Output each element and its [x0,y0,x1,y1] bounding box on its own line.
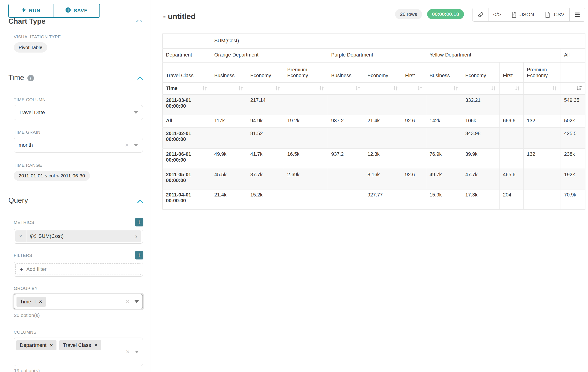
pivot-class-header: Business [328,62,364,83]
pivot-value-cell [328,169,364,189]
sort-arrows-icon [202,86,208,91]
selected-option-chip[interactable]: Department✕ [16,340,56,350]
clear-icon[interactable]: × [126,298,129,305]
pivot-value-cell: 39.9k [462,149,500,169]
run-save-button-group: RUN SAVE [8,4,100,18]
export-csv-button[interactable]: .CSV [540,8,570,21]
metric-name: SUM(Cost) [38,233,64,239]
pivot-class-header: Business [426,62,462,83]
pivot-value-cell: 2.69k [284,169,328,189]
pivot-value-cell: 15.9k [426,189,462,210]
sort-toggle[interactable] [247,83,284,94]
sort-arrows-icon [490,86,496,91]
more-options-button[interactable] [570,8,585,21]
caret-down-icon[interactable] [134,144,138,147]
section-divider [8,211,142,211]
remove-chip-icon[interactable]: ✕ [94,343,98,348]
selected-option-chip[interactable]: Timei✕ [17,297,46,307]
pivot-value-cell [211,128,247,149]
chart-title[interactable]: - untitled [163,12,195,21]
embed-code-button[interactable]: </> [489,8,506,21]
chart-type-collapse-icon[interactable] [136,21,144,22]
clear-icon[interactable]: × [125,142,129,148]
pivot-value-cell: 41.7k [247,149,284,169]
explore-chart-view: Chart Type RUN SAVE VISUALIZATION TYPE P… [0,0,588,372]
time-grain-select[interactable]: month × [14,138,143,152]
pivot-value-cell: 49.9k [211,149,247,169]
chart-type-section-title: Chart Type [8,17,46,26]
run-button[interactable]: RUN [9,4,53,17]
time-range-label: TIME RANGE [14,163,42,168]
sort-arrows-icon [417,86,423,91]
pivot-value-cell [284,128,328,149]
time-section-collapse-icon[interactable] [137,76,143,81]
pivot-table-row: 2011-03-01 00:00:00 217.14332.21549.35 [163,94,586,115]
filters-control: + Add filter [14,262,143,277]
remove-chip-icon[interactable]: ✕ [50,343,53,348]
copy-link-button[interactable] [472,8,489,21]
caret-down-icon[interactable] [135,351,139,353]
export-json-button[interactable]: .JSON [506,8,540,21]
sort-arrows-icon [238,86,243,91]
export-button-group: </> .JSON .CSV [472,8,585,22]
add-filter-button[interactable]: + Add filter [15,263,141,275]
pivot-value-cell: 502k [561,115,586,128]
caret-down-icon[interactable] [135,300,139,303]
columns-select[interactable]: Department✕Travel Class✕ × [14,338,143,366]
sort-toggle[interactable]: Time [163,83,211,94]
pivot-value-cell: 132 [524,115,561,128]
pivot-value-cell: 142k [426,115,462,128]
remove-chip-icon[interactable]: ✕ [39,299,42,304]
sort-toggle[interactable] [462,83,500,94]
pivot-value-cell [402,128,426,149]
sort-toggle[interactable] [500,83,524,94]
sort-toggle[interactable] [211,83,247,94]
metrics-label: METRICS [14,220,34,225]
expand-metric-icon[interactable]: › [131,230,141,242]
sort-toggle[interactable] [524,83,561,94]
sort-toggle[interactable] [284,83,328,94]
pivot-metric-header: SUM(Cost) [211,34,586,48]
pivot-value-cell [426,94,462,115]
pivot-row-header: 2011-04-01 00:00:00 [163,189,211,210]
save-button[interactable]: SAVE [53,4,99,17]
group-by-select[interactable]: Timei✕ × [14,294,143,309]
pivot-class-header: Economy [462,62,500,83]
pivot-row-header: 2011-06-01 00:00:00 [163,149,211,169]
pivot-value-cell [500,149,524,169]
clear-icon[interactable]: × [126,349,130,355]
pivot-class-header [561,62,586,83]
pivot-value-cell: 76.9k [426,149,462,169]
sort-toggle[interactable] [328,83,364,94]
pivot-row-header: 2011-02-01 00:00:00 [163,128,211,149]
add-filter-plus-button[interactable]: + [135,251,143,259]
pivot-class-header: Economy [364,62,402,83]
remove-metric-icon[interactable]: × [15,230,27,242]
add-metric-button[interactable]: + [135,218,143,226]
pivot-class-header: Business [211,62,247,83]
pivot-value-cell: 17.3k [462,189,500,210]
time-range-value[interactable]: 2011-01-01 ≤ col < 2011-06-30 [14,171,90,181]
sort-toggle[interactable] [561,83,586,94]
selected-option-chip[interactable]: Travel Class✕ [59,340,101,350]
json-file-icon [512,12,517,18]
pivot-value-cell: 192k [561,169,586,189]
sort-toggle[interactable] [364,83,402,94]
control-panel-sidebar: Chart Type RUN SAVE VISUALIZATION TYPE P… [0,0,151,372]
sort-toggle[interactable] [402,83,426,94]
sort-arrows-icon [319,86,325,91]
query-section-collapse-icon[interactable] [137,199,143,205]
pivot-value-cell [426,128,462,149]
pivot-value-cell: 47.7k [462,169,500,189]
columns-label: COLUMNS [14,330,36,335]
time-column-select[interactable]: Travel Date [14,105,143,120]
pivot-class-header: Premium Economy [524,62,561,83]
visualization-type-value[interactable]: Pivot Table [14,42,47,53]
caret-down-icon[interactable] [134,111,138,114]
pivot-value-cell: 49.7k [426,169,462,189]
sort-toggle[interactable] [426,83,462,94]
time-section-title: Time i [8,74,34,82]
sort-arrows-icon [355,86,361,91]
lightning-bolt-icon [21,7,26,14]
metric-chip[interactable]: × f(x) SUM(Cost) › [15,230,141,242]
